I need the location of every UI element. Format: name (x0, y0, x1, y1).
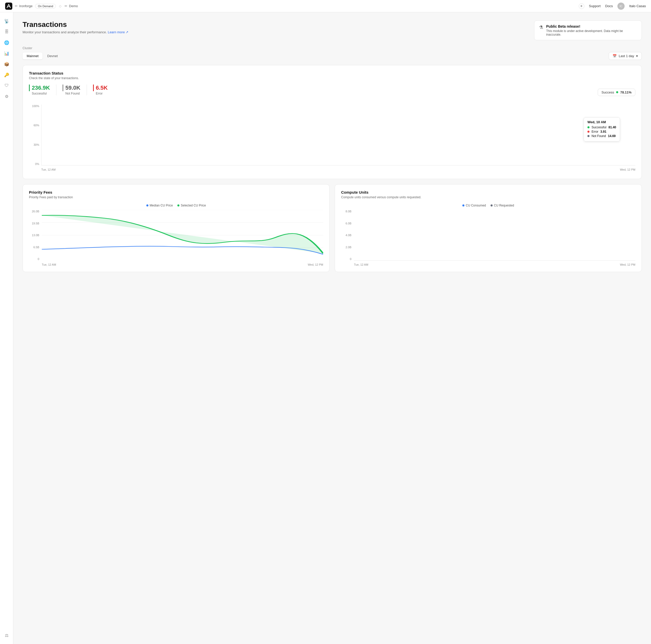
user-name: Italo Casas (629, 4, 646, 8)
success-pct: 78.11% (620, 90, 631, 94)
tab-mainnet[interactable]: Mainnet (23, 53, 42, 59)
tx-stat-num-error: 6.5K (93, 85, 107, 91)
nav-right: ☀ Support Docs IC Italo Casas (579, 3, 646, 10)
sidebar-item-key[interactable]: 🔑 (2, 70, 11, 79)
brand-name: ✏ Ironforge (15, 4, 33, 8)
nav-separator: ◇ (59, 4, 62, 8)
legend-label-consumed: CU Consumed (466, 204, 486, 207)
compute-units-legend: CU Consumed CU Requested (341, 204, 636, 207)
legend-dot-consumed (462, 204, 464, 206)
on-demand-badge[interactable]: On Demand (35, 4, 56, 8)
priority-fees-card: Priority Fees Priority Fees paid by tran… (23, 184, 330, 272)
sidebar-item-shield[interactable]: 🛡 (2, 81, 11, 90)
line-x-labels: Tue, 12 AM Wed, 12 PM (42, 263, 323, 266)
cluster-label: Cluster (23, 46, 642, 50)
tx-stat-num-successful: 236.9K (29, 85, 50, 91)
date-picker[interactable]: 📅 Last 1 day ▾ (609, 52, 642, 60)
logo[interactable] (5, 3, 12, 10)
legend-label-median: Median CU Price (150, 204, 173, 207)
sidebar-item-chart[interactable]: 📊 (2, 49, 11, 58)
priority-fees-chart: 26.0B 19.5B 13.0B 6.5B 0 (29, 210, 323, 266)
cluster-controls: Mainnet Devnet 📅 Last 1 day ▾ (23, 52, 642, 60)
legend-dot-requested (491, 204, 493, 206)
stacked-bar-chart (41, 104, 636, 165)
support-link[interactable]: Support (589, 4, 601, 8)
tx-stat-successful: 236.9K Successful (29, 85, 56, 95)
tx-stat-error: 6.5K Error (87, 85, 114, 95)
cluster-tabs: Mainnet Devnet (23, 53, 62, 59)
priority-fees-legend: Median CU Price Selected CU Price (29, 204, 323, 207)
compute-units-chart: 8.0B 6.0B 4.0B 2.0B 0 Tue, 12 AM Wed, 12… (341, 210, 636, 266)
edit-icon-2: ✏ (65, 4, 67, 8)
learn-more-link[interactable]: Learn more ↗ (107, 30, 128, 34)
sidebar-item-gear[interactable]: ⚙ (2, 92, 11, 101)
tx-stat-label-error: Error (96, 92, 107, 95)
legend-cu-requested: CU Requested (491, 204, 514, 207)
transaction-status-chart: 100% 60% 30% 0% Wed, 10 AM Successful 81… (29, 104, 636, 171)
theme-toggle[interactable]: ☀ (579, 3, 584, 9)
beta-icon: ⚗ (539, 25, 543, 30)
avatar-initials: IC (619, 5, 622, 8)
cu-bar-chart-inner (354, 210, 636, 260)
sidebar-item-radio[interactable]: 📡 (2, 17, 11, 26)
success-label: Success (601, 90, 614, 94)
priority-fees-title: Priority Fees (29, 190, 323, 194)
sidebar: 📡 🗄 🌐 📊 📦 🔑 🛡 ⚙ ⚖ (0, 12, 13, 644)
main-content: Transactions Monitor your transactions a… (13, 12, 651, 644)
sidebar-item-db[interactable]: 🗄 (2, 27, 11, 36)
cu-y-labels: 8.0B 6.0B 4.0B 2.0B 0 (341, 210, 352, 260)
priority-fees-svg (42, 210, 323, 260)
main-layout: 📡 🗄 🌐 📊 📦 🔑 🛡 ⚙ ⚖ Transactions Monitor y… (0, 12, 651, 644)
cu-x-labels: Tue, 12 AM Wed, 12 PM (354, 263, 636, 266)
legend-cu-consumed: CU Consumed (462, 204, 486, 207)
page-header: Transactions Monitor your transactions a… (23, 21, 642, 40)
avatar[interactable]: IC (617, 3, 625, 10)
calendar-icon: 📅 (613, 54, 617, 58)
success-dot (616, 91, 618, 93)
page-header-left: Transactions Monitor your transactions a… (23, 21, 129, 34)
legend-dot-selected (177, 204, 179, 206)
tx-stat-label-successful: Successful (32, 92, 50, 95)
docs-link[interactable]: Docs (605, 4, 613, 8)
compute-units-card: Compute Units Compute units consumed ver… (335, 184, 642, 272)
legend-label-requested: CU Requested (494, 204, 514, 207)
legend-label-selected: Selected CU Price (181, 204, 206, 207)
date-range-label: Last 1 day (619, 54, 634, 58)
line-y-labels: 26.0B 19.5B 13.0B 6.5B 0 (29, 210, 40, 260)
chart-y-labels: 100% 60% 30% 0% (29, 104, 39, 165)
top-nav: ✏ Ironforge On Demand ◇ ✏ Demo ☀ Support… (0, 0, 651, 12)
compute-units-subtitle: Compute units consumed versus compute un… (341, 195, 636, 199)
tab-devnet[interactable]: Devnet (43, 53, 62, 59)
beta-title: Public Beta release! (546, 24, 637, 28)
legend-median-cu: Median CU Price (146, 204, 173, 207)
cluster-section: Cluster Mainnet Devnet 📅 Last 1 day ▾ (23, 46, 642, 60)
sun-icon: ☀ (580, 4, 583, 8)
legend-selected-cu: Selected CU Price (177, 204, 206, 207)
priority-fees-subtitle: Priority Fees paid by transaction (29, 195, 323, 199)
chevron-down-icon: ▾ (636, 54, 638, 58)
tx-status-title: Transaction Status (29, 71, 636, 75)
tx-stat-label-notfound: Not Found (65, 92, 81, 95)
tx-stats: 236.9K Successful 59.0K Not Found 6.5K E… (29, 85, 114, 95)
success-badge: Success 78.11% (598, 89, 636, 96)
sidebar-item-box[interactable]: 📦 (2, 59, 11, 69)
beta-desc: This module is under active development.… (546, 29, 637, 36)
subtitle-text: Monitor your transactions and analyze th… (23, 30, 107, 34)
brand-label: Ironforge (19, 4, 33, 8)
page-title: Transactions (23, 21, 129, 29)
compute-units-title: Compute Units (341, 190, 636, 194)
two-col-charts: Priority Fees Priority Fees paid by tran… (23, 184, 642, 277)
project-crumb: ✏ Demo (65, 4, 78, 8)
beta-text: Public Beta release! This module is unde… (546, 24, 637, 36)
line-svg-wrapper (42, 210, 323, 260)
beta-banner: ⚗ Public Beta release! This module is un… (534, 21, 642, 40)
tx-stat-num-notfound: 59.0K (63, 85, 81, 91)
page-subtitle: Monitor your transactions and analyze th… (23, 30, 129, 34)
transaction-status-card: Transaction Status Check the state of yo… (23, 65, 642, 179)
chart-x-labels: Tue, 12 AM Wed, 12 PM (41, 168, 636, 171)
sidebar-item-globe[interactable]: 🌐 (2, 38, 11, 47)
sidebar-item-balance[interactable]: ⚖ (2, 631, 11, 640)
edit-icon: ✏ (15, 4, 18, 8)
nav-left: ✏ Ironforge On Demand ◇ ✏ Demo (5, 3, 78, 10)
svg-rect-0 (5, 3, 12, 10)
